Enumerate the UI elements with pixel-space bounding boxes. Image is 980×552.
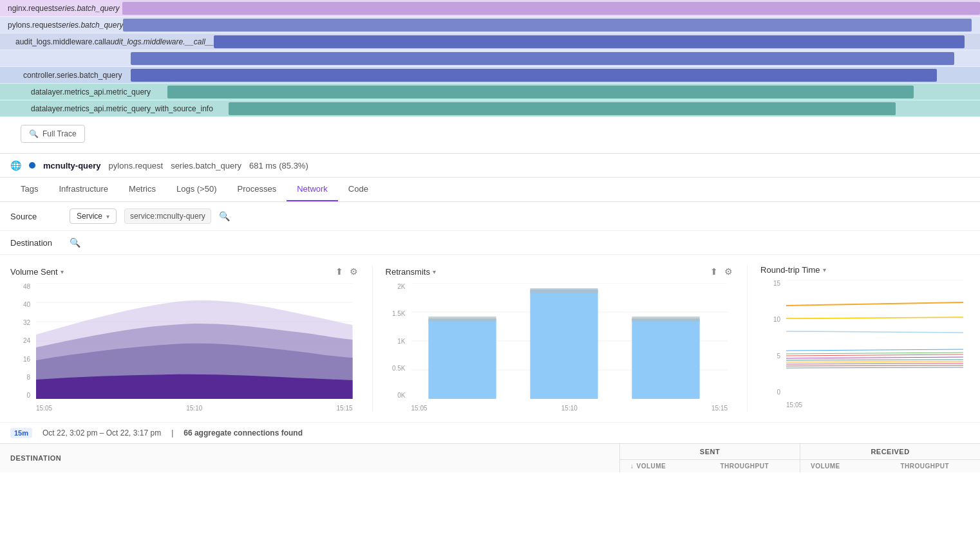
sort-icon: ↓ xyxy=(630,463,634,470)
trace-bar xyxy=(214,35,965,48)
tab-code[interactable]: Code xyxy=(338,178,379,201)
span-timing: 681 ms (85.3%) xyxy=(249,161,308,170)
charts-area: Volume Sent ▾ ⬆ ⚙ 48 40 32 24 16 8 0 xyxy=(0,255,980,422)
globe-icon: 🌐 xyxy=(10,160,21,170)
trace-row: audit_logs.middleware.call audit_logs.mi… xyxy=(0,33,980,50)
y-label-15k: 1.5K xyxy=(386,310,408,317)
th-destination: DESTINATION xyxy=(0,448,619,468)
full-trace-area: 🔍 Full Trace xyxy=(0,117,980,153)
trace-section: nginx.request series.batch_query pylons.… xyxy=(0,0,980,154)
destination-search-icon[interactable]: 🔍 xyxy=(70,237,80,248)
round-trip-x-labels: 15:05 xyxy=(786,401,963,409)
trace-bar xyxy=(123,19,971,32)
y-label-rt-0: 0 xyxy=(760,389,783,396)
volume-sent-share-button[interactable]: ⬆ xyxy=(334,265,344,278)
charts-row: Volume Sent ▾ ⬆ ⚙ 48 40 32 24 16 8 0 xyxy=(10,265,970,412)
trace-bar-area xyxy=(122,67,980,83)
round-trip-title: Round-trip Time ▾ xyxy=(760,265,825,275)
tab-infrastructure[interactable]: Infrastructure xyxy=(48,178,118,201)
stats-separator: | xyxy=(171,428,173,437)
retransmits-settings-button[interactable]: ⚙ xyxy=(723,265,734,278)
destination-filter-row: Destination 🔍 xyxy=(0,231,980,255)
retransmits-header: Retransmits ▾ ⬆ ⚙ xyxy=(386,265,735,278)
span-info-bar: 🌐 mcnulty-query pylons.request series.ba… xyxy=(0,154,980,178)
chevron-down-icon: ▾ xyxy=(61,268,64,275)
tab-logs[interactable]: Logs (>50) xyxy=(166,178,227,201)
throughput-col-label: THROUGHPUT xyxy=(721,463,769,470)
retransmits-actions: ⬆ ⚙ xyxy=(709,265,734,278)
chevron-down-icon: ▾ xyxy=(433,268,436,275)
trace-bar xyxy=(131,69,937,82)
x-label-r-1510: 15:10 xyxy=(561,405,578,412)
y-label-48: 48 xyxy=(10,283,33,290)
retransmits-chart: 2K 1.5K 1K 0.5K 0K xyxy=(386,283,735,412)
volume-sent-panel: Volume Sent ▾ ⬆ ⚙ 48 40 32 24 16 8 0 xyxy=(10,265,373,412)
stats-connections: 66 aggregate connections found xyxy=(184,428,303,437)
tab-tags[interactable]: Tags xyxy=(10,178,48,201)
throughput-col2-label: THROUGHPUT xyxy=(901,463,950,470)
retransmits-share-button[interactable]: ⬆ xyxy=(709,265,719,278)
y-label-rt-10: 10 xyxy=(760,316,783,323)
tab-metrics[interactable]: Metrics xyxy=(118,178,166,201)
retransmits-x-labels: 15:05 15:10 15:15 xyxy=(411,405,728,412)
x-label-r-1515: 15:15 xyxy=(711,405,728,412)
th-received-group: RECEIVED VOLUME THROUGHPUT xyxy=(800,444,980,472)
trace-label: pylons.request series.batch_query xyxy=(0,17,123,33)
source-label: Source xyxy=(10,212,62,221)
volume-sent-header: Volume Sent ▾ ⬆ ⚙ xyxy=(10,265,359,278)
trace-bar xyxy=(131,52,954,65)
tab-processes[interactable]: Processes xyxy=(227,178,287,201)
tabs-bar: Tags Infrastructure Metrics Logs (>50) P… xyxy=(0,178,980,202)
tab-network[interactable]: Network xyxy=(287,178,338,201)
full-trace-button[interactable]: 🔍 Full Trace xyxy=(21,125,85,143)
y-label-0k: 0K xyxy=(386,392,408,399)
volume-col2-label: VOLUME xyxy=(811,463,840,470)
source-type-dropdown[interactable]: Service ▾ xyxy=(70,208,117,224)
area-chart-svg xyxy=(36,283,353,399)
retransmits-y-axis: 2K 1.5K 1K 0.5K 0K xyxy=(386,283,408,399)
y-label-40: 40 xyxy=(10,301,33,308)
trace-bar-area xyxy=(123,17,980,33)
chevron-down-icon: ▾ xyxy=(823,266,826,273)
trace-row xyxy=(0,50,980,67)
volume-sent-settings-button[interactable]: ⚙ xyxy=(348,265,359,278)
sent-group-label: SENT xyxy=(620,444,800,460)
table-header: DESTINATION SENT ↓ VOLUME THROUGHPUT REC… xyxy=(0,443,980,472)
trace-row: datalayer.metrics_api.metric_query xyxy=(0,84,980,100)
destination-label: Destination xyxy=(10,238,62,248)
span-resource: series.batch_query xyxy=(171,161,241,170)
volume-sent-y-axis: 48 40 32 24 16 8 0 xyxy=(10,283,33,399)
trace-bar-area xyxy=(213,100,980,116)
trace-row: nginx.request series.batch_query xyxy=(0,0,980,17)
source-search-icon[interactable]: 🔍 xyxy=(219,211,230,221)
stats-bar: 15m Oct 22, 3:02 pm – Oct 22, 3:17 pm | … xyxy=(0,422,980,443)
span-dot xyxy=(29,162,35,169)
trace-label: audit_logs.middleware.call audit_logs.mi… xyxy=(0,33,214,50)
trace-bar-area xyxy=(122,0,980,16)
trace-bar-area xyxy=(151,84,980,100)
x-label-r-1505: 15:05 xyxy=(411,405,428,412)
full-trace-label: Full Trace xyxy=(42,129,77,138)
y-label-32: 32 xyxy=(10,319,33,326)
received-group-label: RECEIVED xyxy=(800,444,980,460)
retransmits-area xyxy=(411,283,728,399)
bar-chart-svg xyxy=(411,283,728,399)
trace-row: datalayer.metrics_api.metric_query_with_… xyxy=(0,100,980,117)
x-label-rt-1505: 15:05 xyxy=(786,401,802,409)
trace-bar xyxy=(167,86,914,98)
retransmits-panel: Retransmits ▾ ⬆ ⚙ 2K 1.5K 1K 0.5K 0K xyxy=(373,265,748,412)
trace-bar-area xyxy=(122,50,980,66)
y-label-0: 0 xyxy=(10,392,33,399)
span-service: mcnulty-query xyxy=(43,161,101,170)
trace-bar xyxy=(122,2,980,15)
y-label-05k: 0.5K xyxy=(386,365,408,372)
svg-rect-10 xyxy=(428,318,496,399)
trace-bar-area xyxy=(214,33,980,50)
trace-label: nginx.request series.batch_query xyxy=(0,0,122,16)
round-trip-y-axis: 15 10 5 0 xyxy=(760,280,783,396)
trace-row: pylons.request series.batch_query xyxy=(0,17,980,33)
trace-label: controller.series.batch_query xyxy=(0,67,122,83)
trace-label: datalayer.metrics_api.metric_query_with_… xyxy=(0,100,213,116)
th-volume2: VOLUME xyxy=(800,460,890,472)
round-trip-svg xyxy=(786,280,963,396)
